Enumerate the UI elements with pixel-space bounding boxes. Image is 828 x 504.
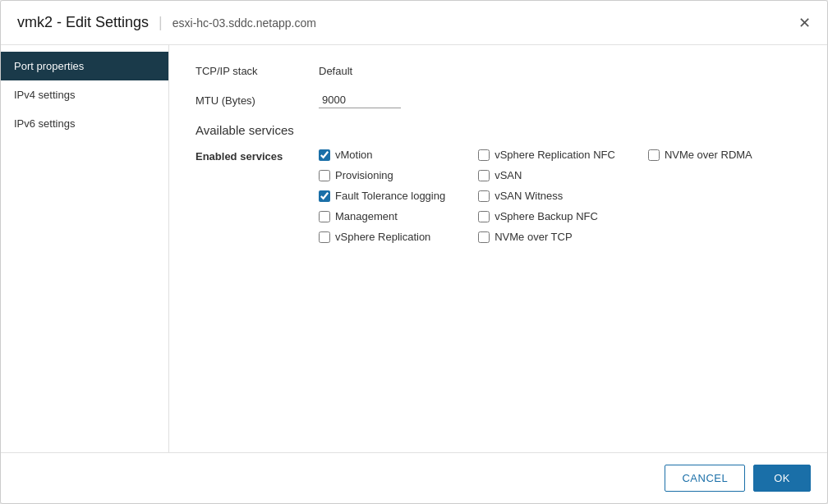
services-section-title: Available services [196,123,801,137]
tcpip-value: Default [319,65,352,77]
services-col-1: vMotion Provisioning Fault Tolerance log… [319,149,445,243]
tcpip-row: TCP/IP stack Default [196,65,801,77]
dialog-subtitle: esxi-hc-03.sddc.netapp.com [172,16,316,30]
checkbox-vsphere-replication-nfc[interactable]: vSphere Replication NFC [478,149,615,161]
checkbox-provisioning[interactable]: Provisioning [319,169,445,181]
checkbox-fault-tolerance[interactable]: Fault Tolerance logging [319,190,445,202]
close-button[interactable]: ✕ [795,12,814,34]
cancel-button[interactable]: CANCEL [665,465,745,492]
sidebar: Port properties IPv4 settings IPv6 setti… [1,45,169,452]
dialog-header: vmk2 - Edit Settings | esxi-hc-03.sddc.n… [1,1,827,45]
mtu-label: MTU (Bytes) [196,94,319,107]
dialog-separator: | [159,14,163,31]
services-col-3: NVMe over RDMA [648,149,752,243]
enabled-services-label: Enabled services [196,149,319,243]
checkbox-vsan[interactable]: vSAN [478,169,615,181]
checkbox-management[interactable]: Management [319,210,445,222]
checkbox-vmotion[interactable]: vMotion [319,149,445,161]
sidebar-item-ipv4-settings[interactable]: IPv4 settings [1,80,168,109]
sidebar-item-ipv6-settings[interactable]: IPv6 settings [1,109,168,138]
services-grid: vMotion Provisioning Fault Tolerance log… [319,149,785,243]
mtu-row: MTU (Bytes) [196,92,801,108]
checkbox-nvme-over-tcp[interactable]: NVMe over TCP [478,231,615,243]
checkbox-vsphere-replication[interactable]: vSphere Replication [319,231,445,243]
checkbox-vsphere-backup-nfc[interactable]: vSphere Backup NFC [478,210,615,222]
dialog-body: Port properties IPv4 settings IPv6 setti… [1,45,827,452]
dialog-title: vmk2 - Edit Settings [17,14,149,31]
services-container: Enabled services vMotion Provisioning [196,149,801,243]
mtu-input[interactable] [319,92,401,108]
checkbox-nvme-over-rdma[interactable]: NVMe over RDMA [648,149,752,161]
checkbox-vsan-witness[interactable]: vSAN Witness [478,190,615,202]
dialog-footer: CANCEL OK [1,452,827,503]
edit-settings-dialog: vmk2 - Edit Settings | esxi-hc-03.sddc.n… [0,0,828,504]
sidebar-item-port-properties[interactable]: Port properties [1,52,168,80]
ok-button[interactable]: OK [753,465,811,492]
tcpip-label: TCP/IP stack [196,65,319,77]
main-content: TCP/IP stack Default MTU (Bytes) Availab… [169,45,827,452]
services-col-2: vSphere Replication NFC vSAN vSAN Witnes… [478,149,615,243]
services-section: Available services Enabled services vMot… [196,123,801,243]
